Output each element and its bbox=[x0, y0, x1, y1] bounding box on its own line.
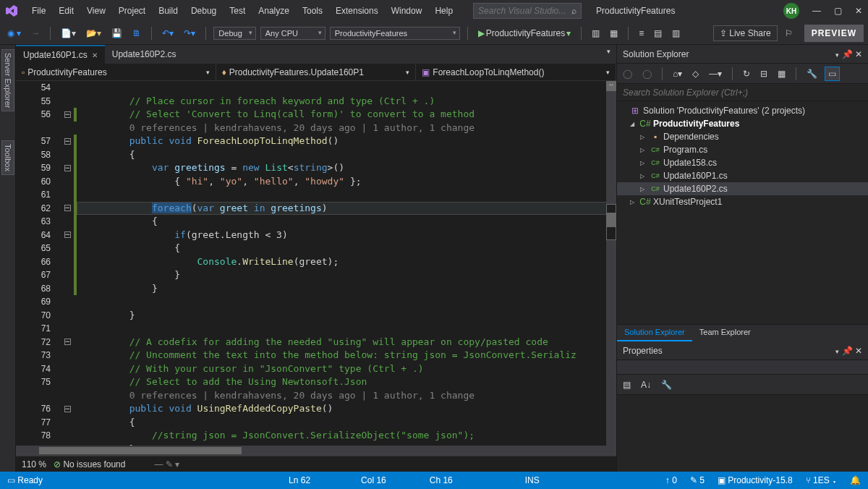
tree-item[interactable]: ▷▪Dependencies bbox=[617, 130, 868, 143]
maximize-icon[interactable]: ▢ bbox=[834, 6, 842, 16]
tab-solution-explorer[interactable]: Solution Explorer bbox=[617, 325, 692, 341]
forward-button[interactable]: → bbox=[28, 27, 43, 40]
se-fwd-icon[interactable]: ◯ bbox=[639, 67, 655, 80]
search-input[interactable] bbox=[478, 6, 565, 16]
tree-item[interactable]: ◢C#ProductivityFeatures bbox=[617, 117, 868, 130]
se-properties-icon[interactable]: 🔧 bbox=[804, 67, 820, 80]
code-editor[interactable]: 5455565758596061626364656667686970717273… bbox=[16, 81, 616, 446]
code-line[interactable]: 0 references | kendrahavens, 20 days ago… bbox=[84, 122, 616, 135]
code-line[interactable] bbox=[84, 322, 616, 336]
code-line[interactable]: public void UsingRefAddedCopyPaste() bbox=[84, 402, 616, 416]
tree-item[interactable]: ▷C#Update160P1.cs bbox=[617, 169, 868, 182]
menu-tools[interactable]: Tools bbox=[297, 3, 328, 19]
tree-item[interactable]: ▷C#Update158.cs bbox=[617, 156, 868, 169]
se-back-icon[interactable]: ◯ bbox=[620, 67, 635, 80]
code-line[interactable]: } bbox=[84, 309, 616, 323]
alphabetical-icon[interactable]: A↓ bbox=[638, 378, 654, 391]
code-line[interactable]: foreach(var greet in greetings) bbox=[84, 202, 616, 216]
toolbar-icon-3[interactable]: ≡ bbox=[636, 27, 647, 40]
document-tab[interactable]: Update160P2.cs bbox=[105, 45, 184, 64]
minimize-icon[interactable]: ― bbox=[812, 6, 821, 16]
zoom-level[interactable]: 110 % bbox=[22, 459, 46, 469]
code-line[interactable]: //string json = JsonConvert.SerializeObj… bbox=[84, 429, 616, 443]
nav-class[interactable]: ♦ProductivityFeatures.Update160P1▾ bbox=[216, 64, 417, 80]
pin-icon[interactable]: 📌 bbox=[842, 346, 853, 356]
solution-tree[interactable]: ⊞Solution 'ProductivityFeatures' (2 proj… bbox=[617, 101, 868, 324]
undo-button[interactable]: ↶▾ bbox=[159, 27, 176, 40]
code-line[interactable]: { "hi", "yo", "hello", "howdy" }; bbox=[84, 175, 616, 189]
solution-explorer-search[interactable] bbox=[617, 84, 868, 101]
live-share-button[interactable]: ⇪ Live Share bbox=[713, 25, 778, 41]
code-line[interactable]: // A codefix for adding the needed "usin… bbox=[84, 336, 616, 349]
document-tab[interactable]: Update160P1.cs✕ bbox=[16, 45, 105, 64]
tree-item[interactable]: ▷C#Update160P2.cs bbox=[617, 182, 868, 195]
server-explorer-tab[interactable]: Server Explorer bbox=[1, 49, 14, 111]
se-sync-icon[interactable]: ◇ bbox=[689, 67, 702, 80]
menu-file[interactable]: File bbox=[26, 3, 51, 19]
menu-extensions[interactable]: Extensions bbox=[330, 3, 384, 19]
open-button[interactable]: 📂▾ bbox=[83, 27, 104, 40]
nav-namespace[interactable]: ▫ProductivityFeatures▾ bbox=[16, 64, 216, 80]
code-line[interactable]: var greetings = new List<string>() bbox=[84, 161, 616, 175]
tree-item[interactable]: ▷C#Program.cs bbox=[617, 143, 868, 156]
status-branch[interactable]: ▣ Productivity-15.8 bbox=[718, 475, 793, 485]
startup-combo[interactable]: ProductivityFeatures bbox=[330, 27, 460, 40]
menu-build[interactable]: Build bbox=[153, 3, 184, 19]
code-line[interactable]: { bbox=[84, 242, 616, 255]
tree-item[interactable]: ⊞Solution 'ProductivityFeatures' (2 proj… bbox=[617, 104, 868, 117]
global-search[interactable]: ⌕ bbox=[473, 3, 582, 19]
code-line[interactable]: // Select 'Convert to Linq(call form)' t… bbox=[84, 108, 616, 122]
se-collapse-icon[interactable]: ⊟ bbox=[757, 67, 770, 80]
code-line[interactable]: // Select to add the Using Newtonsoft.Js… bbox=[84, 375, 616, 389]
code-line[interactable]: // Place cursor in foreach keyword and t… bbox=[84, 95, 616, 109]
se-refresh-icon[interactable]: ↻ bbox=[740, 67, 753, 80]
menu-debug[interactable]: Debug bbox=[185, 3, 222, 19]
toolbar-icon-2[interactable]: ▦ bbox=[607, 27, 621, 40]
se-home-icon[interactable]: ⌂▾ bbox=[670, 67, 685, 80]
feedback-icon[interactable]: ⚐ bbox=[782, 27, 796, 40]
code-line[interactable] bbox=[84, 81, 616, 95]
code-line[interactable] bbox=[84, 188, 616, 202]
properties-combo[interactable] bbox=[617, 360, 868, 375]
toolbox-tab[interactable]: Toolbox bbox=[1, 140, 14, 175]
menu-analyze[interactable]: Analyze bbox=[252, 3, 295, 19]
menu-edit[interactable]: Edit bbox=[53, 3, 80, 19]
menu-test[interactable]: Test bbox=[224, 3, 251, 19]
close-icon[interactable]: ✕ bbox=[855, 6, 862, 16]
se-showall-icon[interactable]: ▦ bbox=[775, 67, 788, 80]
code-line[interactable]: } bbox=[84, 268, 616, 282]
scrollbar-h[interactable] bbox=[16, 446, 616, 456]
save-all-button[interactable]: 🗎 bbox=[129, 27, 144, 40]
back-button[interactable]: ◉ ▾ bbox=[4, 27, 24, 40]
redo-button[interactable]: ↷▾ bbox=[181, 27, 198, 40]
new-project-button[interactable]: 📄▾ bbox=[58, 27, 79, 40]
user-avatar[interactable]: KH bbox=[783, 3, 799, 19]
toolbar-icon-1[interactable]: ▥ bbox=[589, 27, 603, 40]
props-wrench-icon[interactable]: 🔧 bbox=[658, 378, 675, 391]
code-line[interactable]: { bbox=[84, 148, 616, 162]
start-button[interactable]: ▶ ProductivityFeatures ▾ bbox=[475, 27, 574, 40]
se-filter-icon[interactable]: —▾ bbox=[706, 67, 725, 80]
code-line[interactable] bbox=[84, 295, 616, 309]
toolbar-icon-4[interactable]: ▤ bbox=[651, 27, 665, 40]
code-line[interactable]: } bbox=[84, 282, 616, 296]
status-repo[interactable]: ⑂ 1ES ▾ bbox=[806, 475, 837, 485]
code-line[interactable]: public void ForeachLoopToLinqMethod() bbox=[84, 135, 616, 148]
menu-help[interactable]: Help bbox=[429, 3, 459, 19]
save-button[interactable]: 💾 bbox=[109, 27, 125, 40]
status-bell-icon[interactable]: 🔔 bbox=[850, 475, 861, 485]
status-changes[interactable]: ✎ 5 bbox=[690, 475, 705, 485]
code-line[interactable]: // With your cursor in "JsonConvert" typ… bbox=[84, 362, 616, 376]
tab-team-explorer[interactable]: Team Explorer bbox=[692, 325, 758, 341]
nav-method[interactable]: ▣ForeachLoopToLinqMethod()▾ bbox=[416, 64, 616, 80]
config-combo[interactable]: Debug bbox=[213, 27, 255, 40]
toolbar-icon-5[interactable]: ▥ bbox=[669, 27, 683, 40]
code-line[interactable]: { bbox=[84, 416, 616, 430]
tree-item[interactable]: ▷C#XUnitTestProject1 bbox=[617, 195, 868, 208]
menu-project[interactable]: Project bbox=[113, 3, 151, 19]
code-line[interactable]: } bbox=[84, 443, 616, 446]
code-line[interactable]: Console.WriteLine(greet); bbox=[84, 255, 616, 269]
categorized-icon[interactable]: ▤ bbox=[620, 378, 634, 391]
close-panel-icon[interactable]: ✕ bbox=[855, 346, 862, 356]
code-line[interactable]: if(greet.Length < 3) bbox=[84, 229, 616, 242]
